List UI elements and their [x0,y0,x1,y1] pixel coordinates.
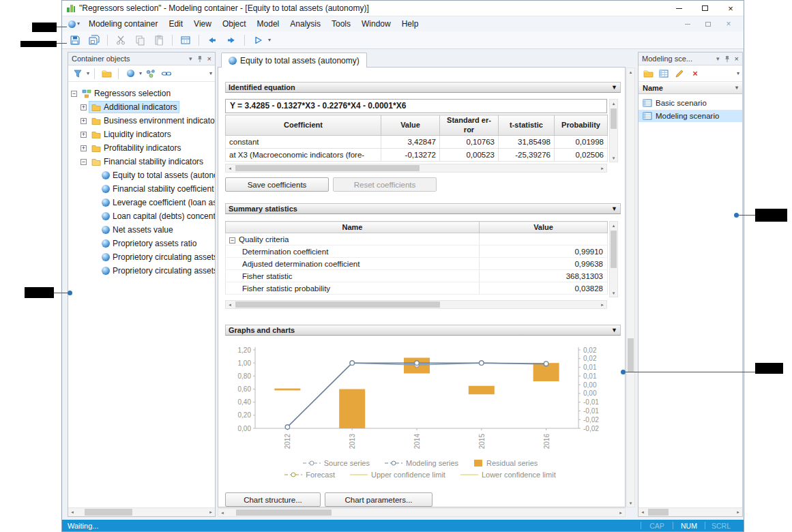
horizontal-scrollbar[interactable]: ◂ ▸ [68,507,215,516]
tree-item-financial-stability-coefficient[interactable]: Financial stability coefficient [68,182,215,196]
maximize-button[interactable] [692,1,718,16]
section-collapse-icon[interactable]: ▼ [611,84,617,91]
tree-item-equity-to-total-assets[interactable]: Equity to total assets (autono [68,168,215,182]
tab-equity-to-total-assets[interactable]: Equity to total assets (autonomy) [221,53,367,68]
link-button[interactable] [160,67,173,80]
panel-menu-button[interactable]: ▾ [716,55,720,62]
column-header-name[interactable]: Name ▾ [639,82,742,94]
container-menu-icon-button[interactable]: ▾ [65,20,83,28]
vertical-scrollbar[interactable]: ▴ ▾ [609,99,618,162]
expand-icon[interactable]: + [80,145,87,151]
panel-close-button[interactable]: × [735,55,739,63]
back-button[interactable] [203,33,221,48]
delete-scenario-button[interactable]: × [688,67,702,80]
new-folder-button[interactable] [641,67,655,80]
toolbar-overflow-dropdown[interactable]: ▾ [209,71,212,76]
column-header-value[interactable]: Value [381,115,440,136]
legend-source-series[interactable]: Source series [303,459,370,467]
table-row[interactable]: Adjusted determination coefficient 0,996… [226,258,608,270]
expand-icon[interactable]: + [80,104,87,110]
horizontal-scrollbar[interactable]: ◂ ▸ [225,300,607,309]
scroll-down-arrow[interactable]: ▾ [610,289,617,297]
scroll-right-arrow[interactable]: ▸ [598,164,606,172]
legend-upper-confidence-limit[interactable]: Upper confidence limit [350,471,445,479]
menu-model[interactable]: Model [252,16,285,31]
scrollbar-thumb[interactable] [235,301,440,308]
summary-group-row[interactable]: −Quality criteria [226,233,608,246]
expand-icon[interactable]: + [80,118,87,124]
panel-close-button[interactable]: × [207,55,211,63]
menu-view[interactable]: View [188,16,217,31]
column-header-name[interactable]: Name [226,222,480,233]
collapse-icon[interactable]: − [71,91,77,97]
new-model-dropdown[interactable]: ▾ [139,71,142,76]
mdi-restore-button[interactable] [703,18,714,29]
scrollbar-thumb[interactable] [628,338,634,372]
pin-icon[interactable] [724,55,731,63]
menu-tools[interactable]: Tools [326,16,356,31]
list-item-modeling-scenario[interactable]: Modeling scenario [639,110,742,122]
horizontal-scrollbar[interactable]: ◂ ▸ [218,508,626,517]
tree-item-proprietory-assets-ratio[interactable]: Proprietory assets ratio [68,237,215,250]
new-folder-button[interactable] [100,67,113,80]
legend-lower-confidence-limit[interactable]: Lower confidence limit [460,471,556,479]
scroll-right-arrow[interactable]: ▸ [598,301,606,308]
tree-item-liquidity-indicators[interactable]: + Liquidity indicators [68,128,215,141]
vertical-scrollbar[interactable]: ▴ ▾ [609,221,618,297]
save-button[interactable] [66,33,84,48]
menu-edit[interactable]: Edit [163,16,188,31]
section-collapse-icon[interactable]: ▼ [611,327,617,334]
scrollbar-thumb[interactable] [236,509,332,516]
scroll-left-arrow[interactable]: ◂ [226,164,234,172]
toolbar-overflow-dropdown[interactable]: ▾ [737,71,739,76]
scroll-right-arrow[interactable]: ▸ [207,508,215,516]
collapse-icon[interactable]: − [80,159,87,165]
chart-parameters-button[interactable]: Chart parameters... [325,492,432,507]
vertical-scrollbar[interactable]: ▴ ▾ [626,68,635,507]
mdi-close-button[interactable]: × [723,18,734,29]
close-button[interactable]: × [718,1,744,16]
horizontal-scrollbar[interactable]: ◂ ▸ [225,164,607,173]
scroll-left-arrow[interactable]: ◂ [218,509,226,516]
scroll-down-arrow[interactable]: ▾ [610,154,617,162]
new-model-button[interactable] [123,67,137,80]
minimize-button[interactable] [666,1,692,16]
scrollbar-thumb[interactable] [85,509,132,516]
column-header-t-statistic[interactable]: t-statistic [499,115,555,136]
tree-item-loan-capital-concentration[interactable]: Loan capital (debts) concentr [68,209,215,223]
table-row[interactable]: constant 3,42847 0,10763 31,85498 0,0199… [226,136,608,149]
legend-forecast[interactable]: Forecast [284,471,335,479]
section-header-summary-statistics[interactable]: Summary statistics ▼ [225,203,621,214]
network-button[interactable] [144,67,158,80]
tree-item-regressors-selection[interactable]: − Regressors selection [68,87,215,100]
panel-menu-button[interactable]: ▾ [189,55,192,62]
chart-structure-button[interactable]: Chart structure... [225,492,321,507]
scroll-left-arrow[interactable]: ◂ [639,508,647,516]
tree-item-business-environment-indicators[interactable]: + Business environment indicators [68,114,215,128]
table-row[interactable]: Determination coefficient 0,99910 [226,246,608,258]
new-scenario-button[interactable] [657,67,671,80]
tree-item-proprietory-circulating-assets-2[interactable]: Proprietory circulating assets [68,264,215,278]
table-row[interactable]: at X3 (Macroeconomic indicators (fore- -… [226,149,608,162]
section-header-identified-equation[interactable]: Identified equation ▼ [225,82,621,93]
save-coefficients-button[interactable]: Save coefficients [225,177,329,192]
cut-button[interactable] [112,33,130,48]
column-header-coefficient[interactable]: Coefficient [226,115,381,136]
reset-coefficients-button[interactable]: Reset coefficients [333,177,437,192]
properties-grid-button[interactable] [177,33,194,48]
tree-item-additional-indicators[interactable]: + Additional indicators [68,100,215,114]
menu-modeling-container[interactable]: Modeling container [83,16,163,31]
run-dropdown[interactable]: ▾ [268,38,271,43]
forward-button[interactable] [222,33,240,48]
filter-button[interactable] [71,67,85,80]
scroll-up-arrow[interactable]: ▴ [610,100,617,107]
copy-button[interactable] [131,33,149,48]
menu-analysis[interactable]: Analysis [284,16,326,31]
menu-help[interactable]: Help [396,16,424,31]
scroll-left-arrow[interactable]: ◂ [68,508,76,516]
table-row[interactable]: Fisher statistic 368,31303 [226,270,608,282]
collapse-icon[interactable]: − [229,237,235,243]
section-header-graphs-and-charts[interactable]: Graphs and charts ▼ [225,325,621,336]
tree-item-leverage-coefficient[interactable]: Leverage coefficient (loan ass [68,196,215,209]
section-collapse-icon[interactable]: ▼ [611,205,617,212]
